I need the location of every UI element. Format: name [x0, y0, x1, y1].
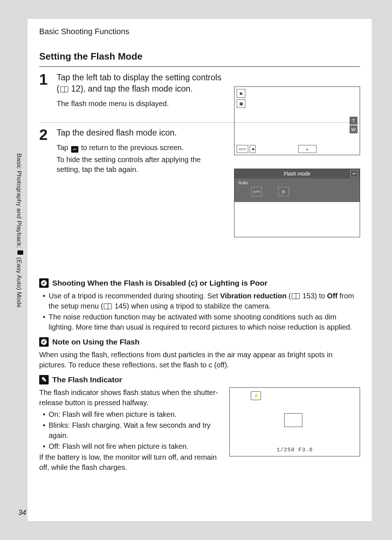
- flash-menu-back-button[interactable]: ↩: [350, 170, 358, 177]
- side-chapter-label: Basic Photography and Playback: (Easy Au…: [15, 153, 23, 308]
- manual-ref-icon: [104, 303, 112, 309]
- drawer-up-chip[interactable]: ▴: [298, 145, 317, 153]
- shoot-mode-icon[interactable]: ◙: [237, 89, 245, 98]
- flash-menu-title: Flash mode: [284, 171, 310, 177]
- playback-icon[interactable]: ▣: [237, 99, 245, 108]
- flash-option-auto[interactable]: AUTO: [251, 187, 262, 196]
- camera-screen-liveview: ◙ ▣ T W AUTO ◀ ▴: [234, 86, 360, 155]
- note2-paragraph: When using the flash, reflections from d…: [39, 350, 360, 370]
- step-2-note-2: To hide the setting controls after apply…: [57, 155, 224, 174]
- step-2-note-1: Tap ↩ to return to the previous screen.: [57, 143, 224, 153]
- step-2-number: 2: [39, 127, 52, 177]
- step-1-title: Tap the left tab to display the setting …: [57, 72, 224, 94]
- flash-option-off[interactable]: ⊛: [278, 187, 289, 196]
- camera-screen-flash-menu: Flash mode ↩ Auto AUTO ⊛: [234, 169, 360, 237]
- manual-ref-icon: [292, 293, 300, 299]
- note3-bullet-off: Off: Flash will not fire when picture is…: [43, 441, 223, 451]
- breadcrumb: Basic Shooting Functions: [39, 27, 360, 36]
- flash-mode-chip[interactable]: AUTO: [237, 145, 248, 153]
- camera-icon: [17, 250, 23, 255]
- note3-bullet-blinks: Blinks: Flash charging. Wait a few secon…: [43, 420, 223, 440]
- zoom-tele-button[interactable]: T: [350, 117, 358, 125]
- note-pencil-icon: ✎: [39, 375, 49, 384]
- page-number: 34: [18, 508, 26, 517]
- note1-bullet-1: Use of a tripod is recommended during sh…: [43, 291, 360, 311]
- step-2-title: Tap the desired flash mode icon.: [57, 127, 224, 138]
- flash-menu-selected-label: Auto: [238, 180, 356, 185]
- step-1-number: 1: [39, 72, 52, 111]
- note-head-using-flash: ✔ Note on Using the Flash: [39, 337, 360, 347]
- note-check-icon: ✔: [39, 337, 49, 347]
- zoom-wide-button[interactable]: W: [350, 125, 358, 133]
- left-arrow-chip[interactable]: ◀: [250, 145, 256, 153]
- manual-ref-icon: [60, 86, 68, 92]
- page-title: Setting the Flash Mode: [39, 51, 360, 62]
- note3-paragraph-2: If the battery is low, the monitor will …: [39, 452, 223, 472]
- note-check-icon: ✔: [39, 278, 49, 288]
- note-head-flash-disabled: ✔ Shooting When the Flash is Disabled (c…: [39, 278, 360, 288]
- flash-indicator-icon: ⚡: [251, 391, 261, 400]
- note-head-flash-indicator: ✎ The Flash Indicator: [39, 375, 360, 384]
- af-frame: [284, 413, 302, 427]
- camera-screen-indicator: ⚡ 1/250 F3.6: [229, 387, 360, 456]
- back-icon: ↩: [71, 146, 78, 153]
- note3-bullet-on: On: Flash will fire when picture is take…: [43, 409, 223, 419]
- exposure-readout: 1/250 F3.6: [230, 447, 360, 453]
- note3-paragraph: The flash indicator shows flash status w…: [39, 387, 223, 408]
- note1-bullet-2: The noise reduction function may be acti…: [43, 312, 360, 332]
- step-1-note: The flash mode menu is displayed.: [57, 99, 224, 109]
